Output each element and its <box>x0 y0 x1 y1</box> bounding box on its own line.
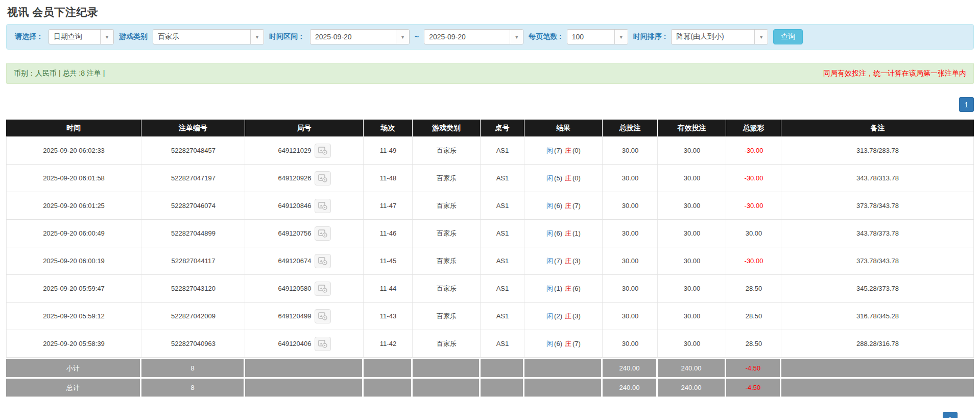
game-category-select[interactable]: 百家乐 ▾ <box>153 29 264 44</box>
bet-records-table: 时间 注单编号 局号 场次 游戏类别 桌号 结果 总投注 有效投注 总派彩 备注… <box>6 120 974 397</box>
cell-game-category: 百家乐 <box>413 165 481 192</box>
round-id-value: 649120580 <box>278 285 311 292</box>
time-range-label: 时间区间： <box>269 32 305 41</box>
film-icon <box>318 202 327 210</box>
cell-valid-bet: 30.00 <box>658 330 726 357</box>
header-table-no: 桌号 <box>481 120 524 136</box>
cell-result: 闲(7) 庄(3) <box>524 247 603 274</box>
video-replay-button[interactable] <box>315 226 331 241</box>
result-banker-score: (0) <box>572 174 581 182</box>
video-replay-button[interactable] <box>315 171 331 185</box>
result-banker-score: (7) <box>572 202 581 210</box>
cell-total-bet-link[interactable]: 30.00 <box>603 192 658 219</box>
film-icon <box>318 257 327 265</box>
result-banker-label: 庄 <box>565 201 571 211</box>
cell-total-bet-link[interactable]: 30.00 <box>603 165 658 192</box>
chevron-down-icon[interactable]: ▾ <box>396 30 409 44</box>
video-replay-button[interactable] <box>315 199 331 213</box>
table-body: 2025-09-20 06:02:33 522827048457 6491210… <box>6 136 974 358</box>
film-icon <box>318 229 327 238</box>
cell-game-category: 百家乐 <box>413 275 481 302</box>
result-banker-label: 庄 <box>565 312 571 321</box>
summary-bar: 币别：人民币 | 总共 :8 注单 | 同局有效投注，统一计算在该局第一张注单内 <box>6 63 974 84</box>
cell-round-id: 649121029 <box>245 137 364 164</box>
cell-note: 343.78/373.78 <box>781 220 974 247</box>
chevron-down-icon[interactable]: ▾ <box>250 30 264 44</box>
cell-result: 闲(6) 庄(7) <box>524 330 603 357</box>
page-1-button[interactable]: 1 <box>959 97 974 112</box>
time-sort-label: 时间排序 : <box>633 32 666 41</box>
header-note: 备注 <box>781 120 974 136</box>
round-id-value: 649121029 <box>278 147 311 154</box>
time-sort-value: 降冪(由大到小) <box>672 30 754 44</box>
cell-total-bet-link[interactable]: 30.00 <box>603 303 658 330</box>
page: 视讯 会员下注纪录 请选择： 日期查询 ▾ 游戏类别 百家乐 ▾ 时间区间： 2… <box>0 0 980 418</box>
result-player-label: 闲 <box>546 257 553 266</box>
cell-session: 11-43 <box>364 303 413 330</box>
result-banker-score: (6) <box>572 285 581 292</box>
query-type-value: 日期查询 <box>49 30 100 44</box>
cell-total-bet-link[interactable]: 30.00 <box>603 220 658 247</box>
cell-payout: -30.00 <box>726 192 781 219</box>
cell-valid-bet: 30.00 <box>658 247 726 274</box>
cell-note: 316.78/345.28 <box>781 303 974 330</box>
search-button[interactable]: 查询 <box>773 29 803 44</box>
cell-time: 2025-09-20 05:58:39 <box>6 330 141 357</box>
cell-total-bet-link[interactable]: 30.00 <box>603 275 658 302</box>
date-to-picker[interactable]: 2025-09-20 ▾ <box>424 29 523 44</box>
result-banker-score: (0) <box>572 147 581 154</box>
time-sort-select[interactable]: 降冪(由大到小) ▾ <box>671 29 768 44</box>
chevron-down-icon[interactable]: ▾ <box>100 30 113 44</box>
video-replay-button[interactable] <box>315 337 331 351</box>
cell-total-bet-link[interactable]: 30.00 <box>603 137 658 164</box>
cell-result: 闲(1) 庄(6) <box>524 275 603 302</box>
grand-total-valid-bet: 240.00 <box>658 379 726 397</box>
cell-total-bet-link[interactable]: 30.00 <box>603 247 658 274</box>
cell-note: 373.78/343.78 <box>781 247 974 274</box>
video-replay-button[interactable] <box>315 144 331 158</box>
result-player-label: 闲 <box>546 312 553 321</box>
cell-round-id: 649120756 <box>245 220 364 247</box>
result-player-label: 闲 <box>546 284 553 293</box>
video-replay-button[interactable] <box>315 309 331 323</box>
chevron-down-icon[interactable]: ▾ <box>510 30 523 44</box>
filter-bar: 请选择： 日期查询 ▾ 游戏类别 百家乐 ▾ 时间区间： 2025-09-20 … <box>6 24 974 50</box>
subtotal-valid-bet: 240.00 <box>658 359 726 377</box>
cell-note: 345.28/373.78 <box>781 275 974 302</box>
cell-note: 313.78/283.78 <box>781 137 974 164</box>
cell-payout: 30.00 <box>726 220 781 247</box>
cell-table-no: AS1 <box>481 192 524 219</box>
chevron-down-icon[interactable]: ▾ <box>754 30 768 44</box>
table-row: 2025-09-20 06:00:49 522827044899 6491207… <box>6 220 974 247</box>
page-size-label: 每页笔数 : <box>529 32 562 41</box>
chevron-down-icon[interactable]: ▾ <box>614 30 628 44</box>
date-to-value: 2025-09-20 <box>424 30 510 44</box>
table-row: 2025-09-20 06:01:25 522827046074 6491208… <box>6 192 974 220</box>
cell-result: 闲(6) 庄(1) <box>524 220 603 247</box>
result-banker-label: 庄 <box>565 339 571 349</box>
cell-valid-bet: 30.00 <box>658 165 726 192</box>
date-from-picker[interactable]: 2025-09-20 ▾ <box>310 29 410 44</box>
cell-payout: 28.50 <box>726 303 781 330</box>
page-1-button[interactable]: 1 <box>943 412 958 418</box>
round-id-value: 649120846 <box>278 202 311 210</box>
cell-session: 11-49 <box>364 137 413 164</box>
round-id-value: 649120499 <box>278 312 311 320</box>
cell-session: 11-47 <box>364 192 413 219</box>
result-banker-score: (7) <box>572 340 581 347</box>
cell-bet-id: 522827044899 <box>141 220 245 247</box>
cell-session: 11-48 <box>364 165 413 192</box>
video-replay-button[interactable] <box>315 282 331 296</box>
cell-table-no: AS1 <box>481 275 524 302</box>
cell-total-bet-link[interactable]: 30.00 <box>603 330 658 357</box>
video-replay-button[interactable] <box>315 254 331 268</box>
query-type-select[interactable]: 日期查询 ▾ <box>49 29 114 44</box>
cell-game-category: 百家乐 <box>413 247 481 274</box>
cell-bet-id: 522827042009 <box>141 303 245 330</box>
result-player-score: (7) <box>554 257 562 265</box>
cell-time: 2025-09-20 06:01:25 <box>6 192 141 219</box>
subtotal-row: 小计 8 240.00 240.00 -4.50 <box>6 359 974 377</box>
game-category-value: 百家乐 <box>153 30 250 44</box>
subtotal-total-bet: 240.00 <box>603 359 658 377</box>
page-size-select[interactable]: 100 ▾ <box>567 29 628 44</box>
